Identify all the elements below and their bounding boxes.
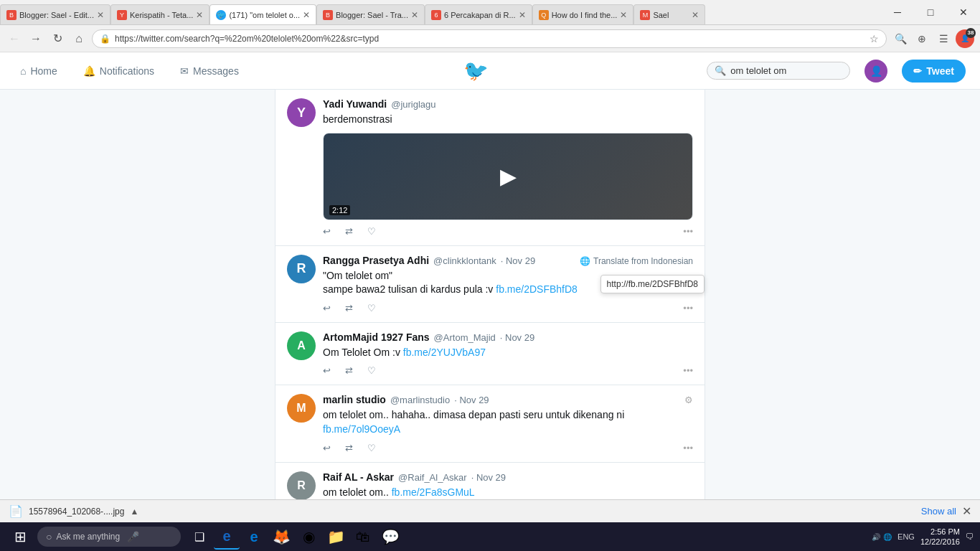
video-thumbnail-yadi[interactable]: ▶ 2:12 — [324, 133, 692, 220]
explorer-app[interactable]: 📁 — [323, 524, 349, 550]
more-action-rangga[interactable]: ••• — [683, 303, 693, 314]
tweet-header-raif: Raif AL - Askar @Raif_Al_Askar · Nov 29 — [323, 471, 693, 483]
tweet-time-artom: · Nov 29 — [500, 332, 534, 343]
taskbar-clock[interactable]: 2:56 PM 12/22/2016 — [920, 527, 960, 547]
forward-button[interactable]: → — [27, 30, 44, 47]
tweet-rangga: R Rangga Prasetya Adhi @clinkklontank · … — [275, 246, 705, 323]
taskview-button[interactable]: ❑ — [187, 524, 212, 550]
retweet-action-rangga[interactable]: ⇄ — [345, 303, 353, 314]
tweet-avatar-rangga[interactable]: R — [287, 255, 316, 283]
line-app[interactable]: 💬 — [377, 524, 403, 550]
messages-nav[interactable]: ✉ Messages — [174, 62, 245, 80]
tweet-avatar-artom[interactable]: A — [287, 331, 316, 360]
profile-icon[interactable]: 👤 38 — [956, 29, 974, 48]
tweet-handle-artom[interactable]: @Artom_Majid — [434, 332, 496, 343]
more-action-marlin[interactable]: ••• — [683, 443, 693, 453]
taskbar: ⊞ ○ Ask me anything 🎤 ❑ e e 🦊 ◉ 📁 🛍 💬 — [0, 522, 980, 551]
taskview-icon: ❑ — [194, 530, 204, 544]
tweet-name-raif[interactable]: Raif AL - Askar — [323, 471, 394, 483]
store-app[interactable]: 🛍 — [350, 524, 376, 550]
reply-action-artom[interactable]: ↩ — [323, 365, 331, 376]
tweet-media-yadi[interactable]: ▶ 2:12 — [323, 133, 693, 220]
tweet-name-rangga[interactable]: Rangga Prasetya Adhi — [323, 255, 429, 266]
browser-tab-7[interactable]: M Sael ✕ — [633, 4, 705, 24]
browser-tab-5[interactable]: 6 6 Percakapan di R... ✕ — [425, 4, 532, 24]
tweet-name-marlin[interactable]: marlin studio — [323, 394, 386, 405]
edge-app[interactable]: e — [214, 524, 240, 550]
more-action-yadi[interactable]: ••• — [683, 226, 693, 237]
like-action-yadi[interactable]: ♡ — [367, 226, 376, 237]
tweet-name-yadi[interactable]: Yadi Yuwandi — [323, 98, 387, 110]
retweet-action-artom[interactable]: ⇄ — [345, 365, 353, 376]
address-bar[interactable]: 🔒 https://twitter.com/search?q=%22om%20t… — [92, 29, 887, 48]
tweet-avatar-marlin[interactable]: M — [287, 394, 316, 423]
chrome-app[interactable]: ◉ — [296, 524, 321, 550]
reply-action-marlin[interactable]: ↩ — [323, 443, 331, 453]
ie-app[interactable]: e — [241, 524, 267, 550]
start-button[interactable]: ⊞ — [6, 525, 34, 548]
like-action-rangga[interactable]: ♡ — [367, 303, 376, 314]
tab-label-7: Sael — [653, 11, 689, 19]
tweet-name-artom[interactable]: ArtomMajid 1927 Fans — [323, 331, 430, 343]
tab-close-6[interactable]: ✕ — [620, 10, 627, 20]
tab-close-1[interactable]: ✕ — [97, 10, 104, 20]
like-action-marlin[interactable]: ♡ — [367, 443, 376, 453]
taskbar-date-value: 12/22/2016 — [920, 537, 960, 547]
show-all-button[interactable]: Show all — [921, 506, 956, 517]
tab-close-4[interactable]: ✕ — [411, 10, 418, 20]
explorer-icon: 📁 — [327, 528, 345, 545]
reply-action-rangga[interactable]: ↩ — [323, 303, 331, 314]
back-button[interactable]: ← — [6, 30, 23, 47]
tweet-avatar-yadi[interactable]: Y — [287, 98, 316, 127]
cortana-search[interactable]: ○ Ask me anything 🎤 — [37, 527, 181, 547]
notifications-nav[interactable]: 🔔 Notifications — [77, 62, 160, 80]
extensions-icon[interactable]: ⊕ — [913, 29, 931, 48]
notification-center-icon[interactable]: 🗨 — [966, 532, 974, 542]
download-chevron-icon[interactable]: ▲ — [130, 507, 138, 517]
close-button[interactable]: ✕ — [947, 0, 980, 25]
twitter-search-box[interactable]: 🔍 — [707, 62, 850, 80]
tab-close-5[interactable]: ✕ — [519, 10, 526, 20]
tweet-button[interactable]: ✏ Tweet — [902, 60, 966, 83]
gear-icon-marlin[interactable]: ⚙ — [684, 395, 693, 405]
more-action-artom[interactable]: ••• — [683, 365, 693, 376]
tweet-translate-rangga[interactable]: 🌐 Translate from Indonesian — [580, 256, 693, 266]
home-nav[interactable]: ⌂ Home — [14, 62, 63, 80]
browser-tab-6[interactable]: Q How do I find the... ✕ — [532, 4, 634, 24]
tweet-handle-marlin[interactable]: @marlinstudio — [390, 395, 450, 405]
network-icon: 🌐 — [883, 533, 892, 541]
like-action-artom[interactable]: ♡ — [367, 365, 376, 376]
tweet-handle-raif[interactable]: @Raif_Al_Askar — [398, 472, 467, 483]
settings-icon[interactable]: ☰ — [934, 29, 953, 48]
home-label: Home — [30, 65, 57, 77]
download-close-button[interactable]: ✕ — [962, 504, 971, 518]
tweet-link-marlin[interactable]: fb.me/7ol9OoeyA — [323, 423, 400, 435]
search-icon[interactable]: 🔍 — [891, 29, 910, 48]
tweet-avatar-raif[interactable]: R — [287, 471, 316, 500]
tab-close-7[interactable]: ✕ — [692, 10, 699, 20]
search-text: Ask me anything — [56, 532, 120, 542]
browser-tab-3[interactable]: 🐦 (171) "om telolet o... ✕ — [209, 4, 316, 24]
tweet-link-rangga[interactable]: fb.me/2DSFBhfD8 — [496, 283, 578, 295]
star-icon[interactable]: ☆ — [870, 33, 879, 44]
tab-close-3[interactable]: ✕ — [303, 10, 310, 20]
browser-tab-1[interactable]: B Blogger: Sael - Edit... ✕ — [0, 4, 110, 24]
twitter-logo[interactable]: 🐦 — [463, 59, 489, 83]
tweet-handle-yadi[interactable]: @juriglagu — [391, 99, 435, 110]
search-input[interactable] — [730, 65, 831, 76]
tab-close-2[interactable]: ✕ — [196, 10, 203, 20]
maximize-button[interactable]: □ — [914, 0, 947, 25]
reply-action-yadi[interactable]: ↩ — [323, 226, 331, 237]
retweet-action-yadi[interactable]: ⇄ — [345, 226, 353, 237]
browser-tab-2[interactable]: Y Kerispatih - Teta... ✕ — [110, 4, 209, 24]
browser-tab-4[interactable]: B Blogger: Sael - Tra... ✕ — [316, 4, 425, 24]
tweet-link-artom[interactable]: fb.me/2YUJVbA97 — [403, 347, 486, 358]
minimize-button[interactable]: ─ — [881, 0, 914, 25]
firefox-app[interactable]: 🦊 — [268, 524, 294, 550]
refresh-button[interactable]: ↻ — [49, 30, 66, 47]
retweet-action-marlin[interactable]: ⇄ — [345, 443, 353, 453]
home-button[interactable]: ⌂ — [70, 30, 88, 47]
tweet-link-raif[interactable]: fb.me/2Fa8sGMuL — [392, 486, 475, 498]
user-avatar[interactable]: 👤 — [864, 60, 887, 83]
tweet-handle-rangga[interactable]: @clinkklontank — [433, 255, 496, 266]
